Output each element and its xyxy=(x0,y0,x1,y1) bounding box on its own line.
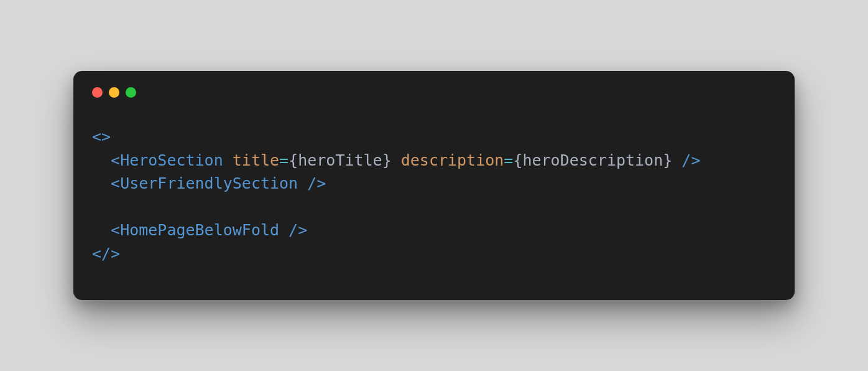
code-token xyxy=(672,151,681,169)
code-line xyxy=(92,195,776,219)
code-block: <> <HeroSection title={heroTitle} descri… xyxy=(73,98,795,271)
window-titlebar xyxy=(73,71,795,98)
code-line: <HomePageBelowFold /> xyxy=(92,218,776,242)
code-line: <HeroSection title={heroTitle} descripti… xyxy=(92,149,776,172)
close-icon[interactable] xyxy=(92,87,103,98)
code-token xyxy=(392,151,401,169)
code-token xyxy=(279,221,289,239)
code-window: <> <HeroSection title={heroTitle} descri… xyxy=(73,71,795,300)
code-token xyxy=(223,151,233,169)
code-token: description xyxy=(401,151,504,169)
minimize-icon[interactable] xyxy=(109,87,119,98)
code-line: <UserFriendlySection /> xyxy=(92,172,776,195)
code-line: <> xyxy=(92,125,776,149)
code-token: <HomePageBelowFold xyxy=(111,221,279,239)
code-token: title xyxy=(233,151,279,169)
code-token: <> xyxy=(92,128,111,146)
code-token xyxy=(298,174,307,192)
code-line: </> xyxy=(92,242,776,266)
code-token: {heroTitle} xyxy=(289,151,392,169)
code-token: = xyxy=(279,151,289,169)
code-token: {heroDescription} xyxy=(513,151,672,169)
code-token: </> xyxy=(92,245,120,263)
code-token: /> xyxy=(681,151,700,169)
maximize-icon[interactable] xyxy=(126,87,136,98)
code-token: /> xyxy=(289,221,307,239)
code-token: <HeroSection xyxy=(111,151,223,169)
code-token: = xyxy=(504,151,513,169)
code-token: <UserFriendlySection xyxy=(111,174,298,192)
code-token: /> xyxy=(307,174,326,192)
